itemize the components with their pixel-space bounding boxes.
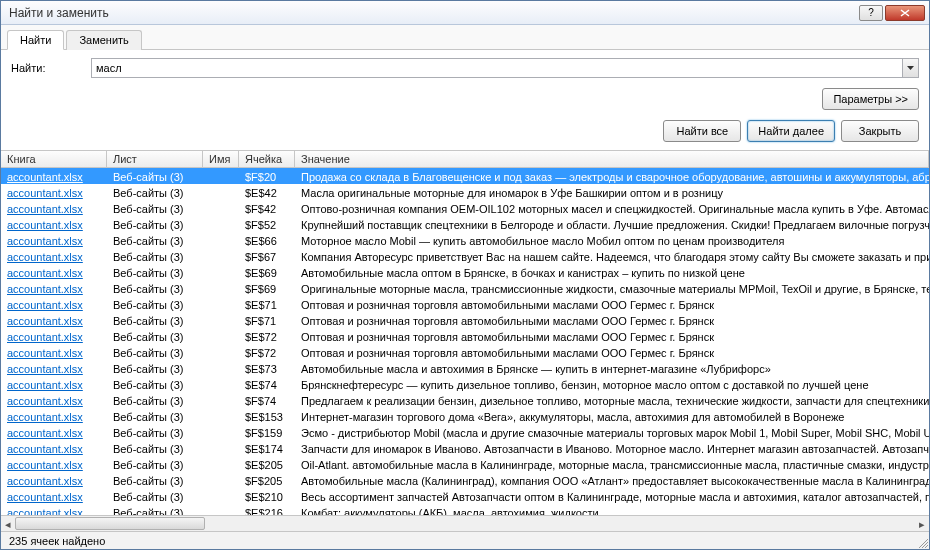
book-link[interactable]: accountant.xlsx [7,411,83,423]
book-link[interactable]: accountant.xlsx [7,347,83,359]
table-row[interactable]: accountant.xlsxВеб-сайты (3)$E$153Интерн… [1,408,929,424]
find-input[interactable] [92,59,902,77]
book-link[interactable]: accountant.xlsx [7,171,83,183]
cell-sheet: Веб-сайты (3) [107,392,203,408]
find-label: Найти: [11,62,83,74]
cell-value: Крупнейший поставщик спецтехники в Белго… [295,216,929,232]
table-row[interactable]: accountant.xlsxВеб-сайты (3)$E$72Оптовая… [1,328,929,344]
cell-name [203,456,239,472]
cell-sheet: Веб-сайты (3) [107,296,203,312]
cell-ref: $E$210 [239,488,295,504]
cell-name [203,200,239,216]
cell-name [203,376,239,392]
cell-name [203,312,239,328]
col-header-book[interactable]: Книга [1,151,107,167]
cell-name [203,232,239,248]
find-combo[interactable] [91,58,919,78]
book-link[interactable]: accountant.xlsx [7,283,83,295]
cell-sheet: Веб-сайты (3) [107,440,203,456]
cell-name [203,248,239,264]
book-link[interactable]: accountant.xlsx [7,251,83,263]
book-link[interactable]: accountant.xlsx [7,219,83,231]
book-link[interactable]: accountant.xlsx [7,267,83,279]
col-header-sheet[interactable]: Лист [107,151,203,167]
cell-ref: $F$20 [239,168,295,184]
cell-value: Автомобильные масла и автохимия в Брянск… [295,360,929,376]
cell-ref: $E$153 [239,408,295,424]
table-row[interactable]: accountant.xlsxВеб-сайты (3)$E$210Весь а… [1,488,929,504]
book-link[interactable]: accountant.xlsx [7,491,83,503]
cell-ref: $E$42 [239,184,295,200]
grid-body[interactable]: accountant.xlsxВеб-сайты (3)$F$20Продажа… [1,168,929,515]
book-link[interactable]: accountant.xlsx [7,187,83,199]
cell-value: Весь ассортимент запчастей Автозапчасти … [295,488,929,504]
book-link[interactable]: accountant.xlsx [7,363,83,375]
table-row[interactable]: accountant.xlsxВеб-сайты (3)$E$71Оптовая… [1,296,929,312]
table-row[interactable]: accountant.xlsxВеб-сайты (3)$E$205Oil-At… [1,456,929,472]
table-row[interactable]: accountant.xlsxВеб-сайты (3)$F$69Оригина… [1,280,929,296]
book-link[interactable]: accountant.xlsx [7,379,83,391]
table-row[interactable]: accountant.xlsxВеб-сайты (3)$F$20Продажа… [1,168,929,184]
tab-replace[interactable]: Заменить [66,30,141,50]
cell-sheet: Веб-сайты (3) [107,424,203,440]
book-link[interactable]: accountant.xlsx [7,315,83,327]
book-link[interactable]: accountant.xlsx [7,443,83,455]
horizontal-scrollbar[interactable]: ◂ ▸ [1,515,929,531]
cell-sheet: Веб-сайты (3) [107,488,203,504]
book-link[interactable]: accountant.xlsx [7,331,83,343]
cell-name [203,424,239,440]
cell-sheet: Веб-сайты (3) [107,408,203,424]
cell-name [203,184,239,200]
window-title: Найти и заменить [9,6,859,20]
table-row[interactable]: accountant.xlsxВеб-сайты (3)$E$66Моторно… [1,232,929,248]
table-row[interactable]: accountant.xlsxВеб-сайты (3)$E$216Комбат… [1,504,929,515]
table-row[interactable]: accountant.xlsxВеб-сайты (3)$F$72Оптовая… [1,344,929,360]
table-row[interactable]: accountant.xlsxВеб-сайты (3)$E$74Брянскн… [1,376,929,392]
scroll-left-arrow[interactable]: ◂ [1,516,15,531]
options-button[interactable]: Параметры >> [822,88,919,110]
cell-ref: $E$205 [239,456,295,472]
book-link[interactable]: accountant.xlsx [7,235,83,247]
col-header-name[interactable]: Имя [203,151,239,167]
book-link[interactable]: accountant.xlsx [7,299,83,311]
book-link[interactable]: accountant.xlsx [7,459,83,471]
table-row[interactable]: accountant.xlsxВеб-сайты (3)$F$74Предлаг… [1,392,929,408]
book-link[interactable]: accountant.xlsx [7,427,83,439]
cell-value: Эсмо - дистрибьютор Mobil (масла и други… [295,424,929,440]
help-button[interactable]: ? [859,5,883,21]
resize-grip[interactable] [916,536,928,548]
table-row[interactable]: accountant.xlsxВеб-сайты (3)$E$42Масла о… [1,184,929,200]
tab-find[interactable]: Найти [7,30,64,50]
table-row[interactable]: accountant.xlsxВеб-сайты (3)$F$71Оптовая… [1,312,929,328]
close-window-button[interactable] [885,5,925,21]
table-row[interactable]: accountant.xlsxВеб-сайты (3)$E$69Автомоб… [1,264,929,280]
cell-ref: $E$174 [239,440,295,456]
book-link[interactable]: accountant.xlsx [7,203,83,215]
table-row[interactable]: accountant.xlsxВеб-сайты (3)$F$42Оптово-… [1,200,929,216]
col-header-cell[interactable]: Ячейка [239,151,295,167]
table-row[interactable]: accountant.xlsxВеб-сайты (3)$F$67Компани… [1,248,929,264]
book-link[interactable]: accountant.xlsx [7,395,83,407]
cell-name [203,328,239,344]
cell-name [203,408,239,424]
cell-value: Предлагаем к реализации бензин, дизельно… [295,392,929,408]
find-dropdown-button[interactable] [902,59,918,77]
cell-value: Запчасти для иномарок в Иваново. Автозап… [295,440,929,456]
table-row[interactable]: accountant.xlsxВеб-сайты (3)$F$52Крупней… [1,216,929,232]
col-header-value[interactable]: Значение [295,151,929,167]
book-link[interactable]: accountant.xlsx [7,507,83,515]
cell-value: Оригинальные моторные масла, трансмиссио… [295,280,929,296]
find-next-button[interactable]: Найти далее [747,120,835,142]
table-row[interactable]: accountant.xlsxВеб-сайты (3)$E$73Автомоб… [1,360,929,376]
table-row[interactable]: accountant.xlsxВеб-сайты (3)$E$174Запчас… [1,440,929,456]
cell-value: Oil-Atlant. автомобильные масла в Калини… [295,456,929,472]
scroll-right-arrow[interactable]: ▸ [915,516,929,531]
cell-ref: $F$52 [239,216,295,232]
book-link[interactable]: accountant.xlsx [7,475,83,487]
find-all-button[interactable]: Найти все [663,120,741,142]
table-row[interactable]: accountant.xlsxВеб-сайты (3)$F$159Эсмо -… [1,424,929,440]
table-row[interactable]: accountant.xlsxВеб-сайты (3)$F$205Автомо… [1,472,929,488]
close-button[interactable]: Закрыть [841,120,919,142]
scroll-thumb[interactable] [15,517,205,530]
cell-ref: $E$66 [239,232,295,248]
